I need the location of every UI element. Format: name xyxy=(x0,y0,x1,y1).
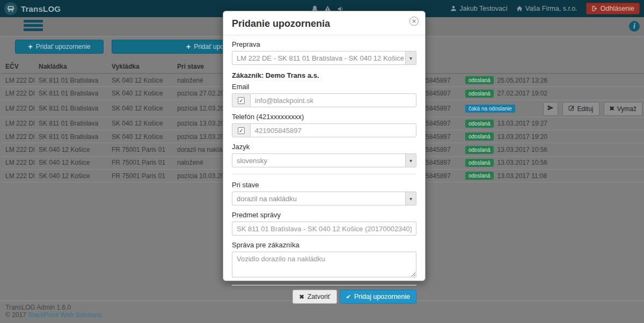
cell-phone-fragment: 5845897 xyxy=(421,169,461,182)
phone-enabled-checkbox[interactable]: ✓ xyxy=(238,127,245,134)
cell-phone-fragment: 5845897 xyxy=(421,156,461,169)
status-badge: odoslaná xyxy=(465,133,494,141)
message-label: Správa pre zákazníka xyxy=(232,241,416,249)
status-badge: odoslaná xyxy=(465,159,494,167)
cell-phone-fragment: 5845897 xyxy=(421,143,461,156)
cell-ecv: LM 222 DE xyxy=(1,74,34,87)
brand-link[interactable]: TransLOG xyxy=(4,2,61,15)
modal-body: Preprava LM 222 DE - SK 811 01 Bratislav… xyxy=(223,35,425,285)
row-actions: Edituj✖Vymaž xyxy=(543,102,642,116)
delete-button[interactable]: ✖Vymaž xyxy=(604,102,642,116)
language-select[interactable]: slovensky ▾ xyxy=(232,153,416,167)
at-status-select[interactable]: dorazil na nakládku ▾ xyxy=(232,192,416,205)
cell-phone-fragment: 5845897 xyxy=(421,74,461,87)
status-badge: odoslaná xyxy=(465,90,494,98)
app-version: TransLOG Admin 1.6.0 xyxy=(5,304,639,311)
cell-vykladka: SK 040 12 Košice xyxy=(107,74,173,87)
cell-status: odoslaná13.03.2017 19:20 xyxy=(461,130,644,143)
sent-timestamp: 25.05.2017 13:26 xyxy=(497,77,547,84)
status-badge: odoslaná xyxy=(465,120,494,128)
cell-vykladka: FR 75001 Paris 01 xyxy=(107,156,173,169)
cell-vykladka: SK 040 12 Košice xyxy=(107,130,173,143)
email-enabled-checkbox[interactable]: ✓ xyxy=(238,97,245,104)
cell-vykladka: SK 040 12 Košice xyxy=(107,87,173,100)
cell-ecv: LM 222 DE xyxy=(1,117,34,130)
info-icon[interactable]: i xyxy=(629,21,640,32)
cell-nakladka: SK 040 12 Košice xyxy=(34,169,107,182)
cell-ecv: LM 222 DE xyxy=(1,143,34,156)
user-menu[interactable]: Jakub Testovací xyxy=(450,5,507,12)
cell-vykladka: SK 040 12 Košice xyxy=(107,100,173,117)
company-name: Vaša Firma, s.r.o. xyxy=(525,5,577,12)
column-header xyxy=(461,60,644,74)
subject-label: Predmet správy xyxy=(232,211,416,219)
company-menu[interactable]: Vaša Firma, s.r.o. xyxy=(516,5,577,12)
column-header xyxy=(421,60,461,74)
add-notification-button[interactable]: + Pridať upozornenie xyxy=(15,40,104,54)
edit-button[interactable]: Edituj xyxy=(562,102,599,116)
modal-footer: ✖ Zatvoriť ✔ Pridaj upozornenie xyxy=(223,285,425,304)
column-header: Vykládka xyxy=(107,60,173,74)
cell-nakladka: SK 811 01 Bratislava xyxy=(34,117,107,130)
cell-ecv: LM 222 DE xyxy=(1,169,34,182)
x-icon: ✖ xyxy=(610,105,614,112)
status-badge: odoslaná xyxy=(465,172,494,180)
cell-status: odoslaná13.03.2017 11:08 xyxy=(461,169,644,182)
resend-button[interactable] xyxy=(543,102,558,116)
copyright-line: © 2017 BlackPoint Web Solutions xyxy=(5,311,639,319)
menu-toggle-icon[interactable] xyxy=(24,20,43,31)
blackpoint-link[interactable]: BlackPoint Web Solutions xyxy=(28,311,101,319)
cell-nakladka: SK 811 01 Bratislava xyxy=(34,87,107,100)
close-modal-button[interactable]: ✖ Zatvoriť xyxy=(292,290,336,304)
modal-title: Pridanie upozornenia xyxy=(232,18,416,30)
cell-status: odoslaná13.03.2017 10:56 xyxy=(461,143,644,156)
submit-notification-button[interactable]: ✔ Pridaj upozornenie xyxy=(340,290,416,304)
sent-timestamp: 27.02.2017 19:02 xyxy=(497,90,547,97)
cell-vykladka: FR 75001 Paris 01 xyxy=(107,143,173,156)
email-field[interactable] xyxy=(250,93,416,107)
logout-button[interactable]: Odhlásenie xyxy=(586,3,640,14)
edit-icon xyxy=(568,105,575,113)
cell-phone-fragment: 5845897 xyxy=(421,117,461,130)
column-header: Nakládka xyxy=(34,60,107,74)
page-footer: TransLOG Admin 1.6.0 © 2017 BlackPoint W… xyxy=(0,300,644,323)
preprava-select[interactable]: LM 222 DE - SK 811 01 Bratislava - SK 04… xyxy=(232,51,416,65)
brand-name: TransLOG xyxy=(21,4,61,13)
cell-ecv: LM 222 DE xyxy=(1,130,34,143)
cell-phone-fragment: 5845897 xyxy=(421,130,461,143)
status-badge: odoslaná xyxy=(465,76,494,84)
sent-timestamp: 13.03.2017 10:56 xyxy=(497,159,547,166)
cell-nakladka: SK 811 01 Bratislava xyxy=(34,74,107,87)
check-icon: ✔ xyxy=(346,293,351,300)
cell-ecv: LM 222 DE xyxy=(1,87,34,100)
home-icon xyxy=(516,5,523,12)
truck-logo-icon xyxy=(4,2,17,15)
cell-nakladka: SK 040 12 Košice xyxy=(34,143,107,156)
add-notification-modal: Pridanie upozornenia ✕ Preprava LM 222 D… xyxy=(223,11,426,281)
subject-field[interactable] xyxy=(232,222,416,236)
cell-nakladka: SK 811 01 Bratislava xyxy=(34,130,107,143)
cell-phone-fragment: 5845897 xyxy=(421,100,461,117)
cell-nakladka: SK 040 12 Košice xyxy=(34,156,107,169)
sent-timestamp: 13.03.2017 10:56 xyxy=(497,146,547,153)
navbar-right: Jakub Testovací Vaša Firma, s.r.o. Odhlá… xyxy=(450,3,640,14)
at-status-label: Pri stave xyxy=(232,181,416,189)
sent-timestamp: 13.03.2017 11:08 xyxy=(497,172,547,180)
user-name: Jakub Testovací xyxy=(459,5,507,12)
email-label: Email xyxy=(232,83,416,91)
message-field[interactable]: Vozidlo dorazilo na nakládku xyxy=(232,252,416,277)
phone-label: Telefón (421xxxxxxxxx) xyxy=(232,113,416,121)
cell-ecv: LM 222 DE xyxy=(1,156,34,169)
send-icon xyxy=(547,105,554,113)
plus-icon: + xyxy=(186,42,191,51)
preprava-label: Preprava xyxy=(232,40,416,48)
phone-field[interactable] xyxy=(250,123,416,137)
chevron-down-icon: ▾ xyxy=(405,154,416,167)
plus-icon: + xyxy=(28,42,32,51)
customer-label: Zákazník: Demo Trans a.s. xyxy=(232,71,416,79)
chevron-down-icon: ▾ xyxy=(405,52,416,64)
cell-status: čaká na odoslanieEdituj✖Vymaž xyxy=(461,100,644,117)
cell-status: odoslaná25.05.2017 13:26 xyxy=(461,74,644,87)
close-icon[interactable]: ✕ xyxy=(409,17,419,26)
cell-nakladka: SK 811 01 Bratislava xyxy=(34,100,107,117)
